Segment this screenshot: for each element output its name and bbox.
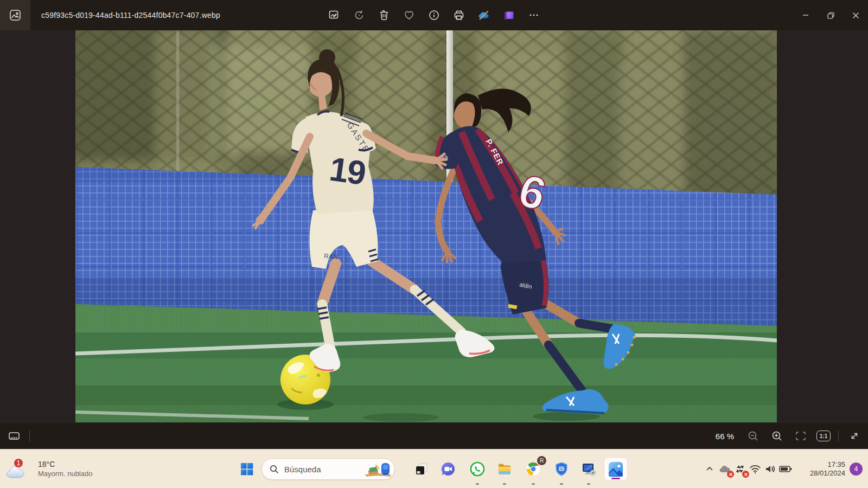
close-button[interactable] — [843, 0, 868, 30]
weather-widget[interactable]: 1 18°C Mayorm. nublado — [5, 450, 130, 488]
fullscreen-button[interactable] — [846, 428, 863, 444]
zoom-out-button[interactable] — [745, 428, 761, 444]
print-icon — [453, 9, 465, 21]
weather-condition: Mayorm. nublado — [38, 469, 92, 478]
home-shorts-text: RAN — [324, 252, 338, 261]
windows-start-icon — [240, 462, 254, 476]
chevron-up-icon — [705, 465, 714, 473]
purple-folder-button[interactable] — [499, 5, 519, 25]
task-view-icon — [414, 462, 429, 476]
delete-button[interactable] — [374, 5, 394, 25]
photos-active-indicator — [611, 478, 620, 479]
more-options-icon — [528, 9, 540, 21]
favorite-button[interactable] — [399, 5, 419, 25]
chrome-button[interactable]: R — [522, 458, 544, 480]
filmstrip-icon — [8, 429, 21, 442]
photo-viewer-canvas: aldin teika P. FER 6 — [0, 30, 868, 423]
whatsapp-button[interactable] — [467, 458, 488, 480]
rotate-button[interactable] — [349, 5, 369, 25]
minimize-button[interactable] — [793, 0, 818, 30]
battery-icon — [779, 465, 792, 473]
zoom-in-icon — [771, 430, 783, 442]
computer-button[interactable] — [578, 458, 599, 480]
close-icon — [852, 12, 859, 19]
battery-button[interactable] — [778, 461, 793, 477]
whatsapp-running-indicator — [476, 483, 479, 485]
home-shirt-number: 19 — [327, 150, 367, 192]
fit-to-window-icon — [795, 430, 807, 442]
minimize-icon — [802, 12, 809, 18]
volume-button[interactable] — [763, 461, 778, 477]
volume-icon — [764, 464, 776, 474]
photo-image[interactable]: aldin teika P. FER 6 — [75, 30, 777, 422]
fit-to-window-button[interactable] — [793, 428, 809, 444]
purple-folder-icon — [503, 9, 515, 21]
taskbar: 1 18°C Mayorm. nublado Búsqueda — [0, 449, 868, 488]
computer-monitor-icon — [581, 461, 596, 477]
wifi-icon — [749, 464, 761, 474]
explorer-running-indicator — [503, 483, 506, 485]
onedrive-button[interactable] — [474, 5, 494, 25]
search-highlight-graphic — [364, 460, 392, 478]
titlebar: c59f93c5-d019-44ad-b111-d2544f0b47c7-407… — [0, 0, 868, 30]
wifi-button[interactable] — [748, 461, 763, 477]
chrome-profile-badge: R — [537, 456, 546, 465]
chat-button[interactable] — [437, 458, 459, 480]
notification-count-badge[interactable]: 4 — [850, 463, 863, 476]
actual-size-label: 1:1 — [820, 433, 827, 439]
restore-icon — [827, 12, 834, 19]
search-icon — [270, 465, 279, 474]
chrome-running-indicator — [532, 483, 535, 485]
rotate-icon — [353, 9, 365, 21]
photo-toolbar — [324, 5, 544, 25]
chat-video-icon — [441, 461, 456, 477]
file-explorer-button[interactable] — [494, 458, 515, 480]
search-placeholder: Búsqueda — [284, 465, 364, 474]
restore-button[interactable] — [818, 0, 843, 30]
viewer-bottom-bar: 66 % 1:1 — [0, 423, 868, 449]
clock[interactable]: 17:35 28/01/2024 — [797, 460, 845, 478]
zoom-in-button[interactable] — [769, 428, 785, 444]
photos-taskbar-icon — [608, 461, 624, 477]
start-button[interactable] — [236, 458, 258, 480]
photos-app-logo-button[interactable] — [0, 0, 30, 30]
hidden-icons-button[interactable] — [702, 461, 717, 477]
whatsapp-icon — [470, 461, 485, 477]
sync-tray-button[interactable] — [732, 461, 748, 477]
search-input[interactable]: Búsqueda — [261, 458, 395, 480]
window-controls — [793, 0, 868, 30]
shield-icon — [554, 461, 569, 477]
tray-time: 17:35 — [797, 460, 845, 469]
bottom-bar-divider — [29, 430, 30, 442]
onedrive-slash-icon — [477, 9, 490, 22]
defender-running-indicator — [560, 483, 563, 485]
heart-icon — [403, 9, 415, 21]
window-title-filename: c59f93c5-d019-44ad-b111-d2544f0b47c7-407… — [41, 0, 220, 30]
fullscreen-icon — [848, 430, 860, 442]
bottom-bar-divider-2 — [838, 430, 839, 442]
edit-image-icon — [328, 9, 340, 21]
more-options-button[interactable] — [524, 5, 544, 25]
info-icon — [428, 9, 440, 21]
edit-image-button[interactable] — [324, 5, 344, 25]
defender-button[interactable] — [551, 458, 572, 480]
task-view-button[interactable] — [411, 458, 432, 480]
zoom-out-icon — [747, 430, 759, 442]
print-button[interactable] — [449, 5, 469, 25]
weather-badge: 1 — [13, 458, 24, 468]
delete-icon — [378, 9, 390, 21]
zoom-level-label: 66 % — [716, 432, 734, 441]
info-button[interactable] — [424, 5, 444, 25]
actual-size-button[interactable]: 1:1 — [816, 431, 831, 441]
weather-temperature: 18°C — [38, 460, 92, 469]
photos-app-button-active[interactable] — [604, 457, 628, 481]
system-tray: 17:35 28/01/2024 4 — [702, 450, 868, 488]
photos-app-icon — [9, 9, 21, 21]
file-explorer-icon — [497, 461, 512, 477]
onedrive-tray-button[interactable] — [717, 461, 732, 477]
tray-date: 28/01/2024 — [797, 469, 845, 478]
computer-running-indicator — [587, 483, 590, 485]
filmstrip-button[interactable] — [4, 426, 24, 446]
